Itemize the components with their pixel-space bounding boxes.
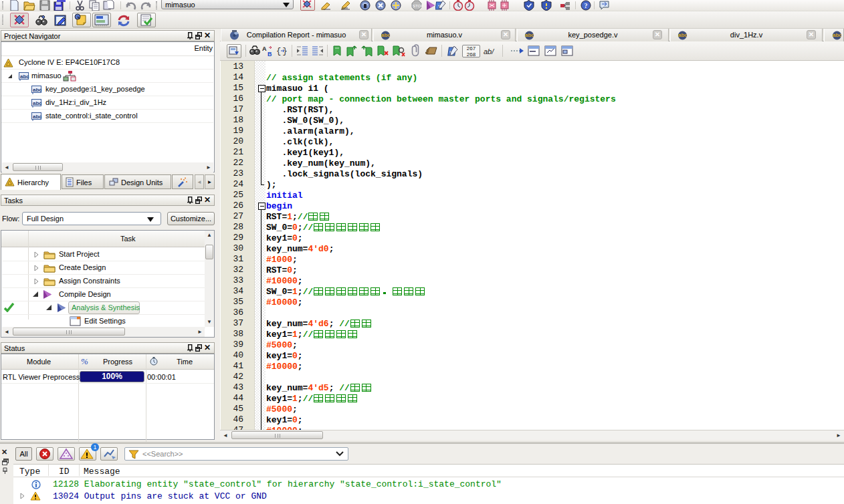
svg-text:abc: abc: [33, 100, 42, 106]
svg-text:STOP: STOP: [413, 4, 423, 8]
svg-text:abc: abc: [33, 87, 42, 93]
svg-text:B: B: [268, 51, 272, 57]
svg-text:{ }: { }: [276, 47, 288, 56]
svg-text:abc: abc: [833, 32, 842, 38]
svg-text:A: A: [262, 45, 267, 52]
svg-text:abc: abc: [33, 114, 42, 120]
svg-text:?: ?: [585, 2, 588, 9]
svg-text:abc: abc: [20, 74, 29, 80]
